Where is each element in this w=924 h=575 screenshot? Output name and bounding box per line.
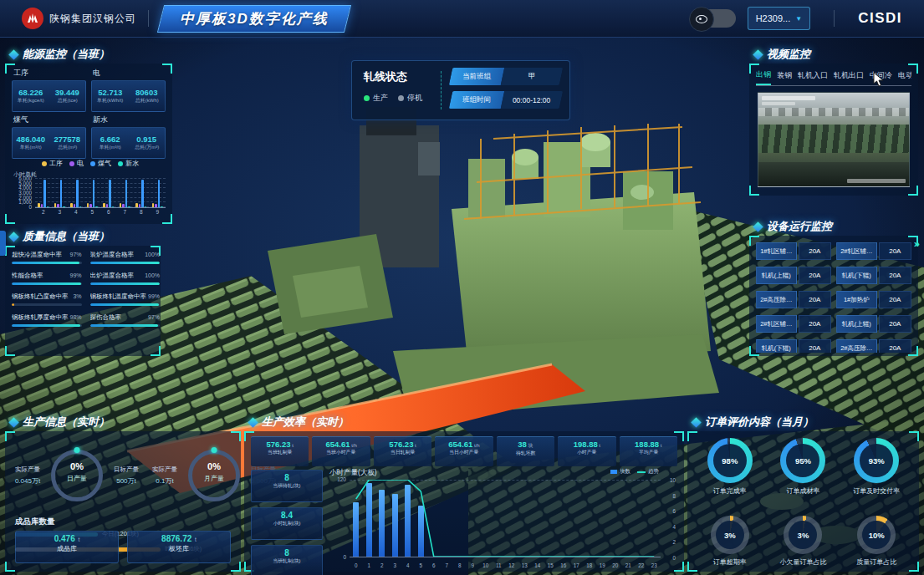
chevron-right-icon[interactable]: » <box>914 237 920 250</box>
stock-card-value: 8876.72 t <box>128 534 230 543</box>
x-tick: 9 <box>150 209 166 215</box>
panel-production-info: 生产信息（实时） 实际产量0.045万t0%日产量目标产量500万t实际产量0.… <box>5 415 241 572</box>
hourly-output-chart: 小时产量(大板) 块数趋势 120 0 01234567891011121314… <box>328 468 677 568</box>
x-tick: 21 <box>622 562 636 568</box>
stat-label: 当日小时产量 <box>438 449 490 455</box>
panel-title-text: 视频监控 <box>767 47 810 62</box>
dashboard: 陕钢集团汉钢公司 中厚板3D数字化产线 H2309... ▼ CISDI 能源监… <box>0 0 924 575</box>
equipment-value: 20A <box>879 339 911 353</box>
equipment-cell: 轧机(下辊)20A <box>756 339 831 353</box>
chart-plot <box>350 480 661 557</box>
efficiency-side-card: 8当班轧制(块) <box>251 545 323 575</box>
order-gauges: 98%订单完成率95%订单成材率93%订单及时交付率3%订单超期率3%小欠量订单… <box>696 438 911 567</box>
bar <box>106 204 109 207</box>
equipment-label: 轧机(下辊) <box>756 339 797 353</box>
equipment-value: 20A <box>879 267 911 284</box>
order-gauge: 93%订单及时交付率 <box>853 438 900 496</box>
feed-osd <box>762 102 795 105</box>
order-gauge: 3%小欠量订单占比 <box>779 516 826 567</box>
quality-item: 钢板终轧温度命中率99% <box>90 293 161 306</box>
efficiency-side-cards: 8当班待轧(块)8.4小时轧制(块)8当班轧制(块) <box>251 470 323 575</box>
energy-unit-label: 单耗(m³/t) <box>14 144 48 150</box>
stat-label: 平均产量 <box>622 449 674 455</box>
bar <box>120 203 122 207</box>
status-dot <box>398 95 404 101</box>
cisdi-logo: CISDI <box>858 10 902 27</box>
bar <box>41 204 43 207</box>
legend-dot <box>90 161 95 166</box>
stat-label: 当班待轧(块) <box>255 482 319 489</box>
equipment-value: 20A <box>799 291 831 308</box>
video-tab[interactable]: 轧机出口 <box>834 69 864 85</box>
visibility-toggle[interactable] <box>691 9 736 28</box>
quality-bar <box>12 262 79 264</box>
camera-feed[interactable] <box>758 92 910 187</box>
donut-chart: 98% <box>707 438 753 483</box>
panel-title: 质量信息（当班） <box>10 229 110 244</box>
stat-value: 8.4 <box>252 511 322 520</box>
stat-label: 当日轧制量 <box>376 449 428 455</box>
quality-percent: 99% <box>148 293 160 299</box>
production-gauge: 实际产量0.045万t0%日产量目标产量500万t <box>8 440 145 511</box>
header-bar: 陕钢集团汉钢公司 中厚板3D数字化产线 H2309... ▼ CISDI <box>0 0 924 38</box>
donut-percent: 95% <box>780 438 825 483</box>
legend-item: 新水 <box>118 159 139 168</box>
x-tick: 23 <box>648 562 661 568</box>
panel-title-text: 生产信息（实时） <box>23 415 110 430</box>
video-tab[interactable]: 电动热 <box>898 69 911 85</box>
right-tick: 0 <box>672 555 676 561</box>
video-tab[interactable]: 装钢 <box>777 69 792 85</box>
equipment-value: 20A <box>799 267 831 284</box>
bar <box>95 206 98 207</box>
bar <box>139 204 141 207</box>
stat-label: 小时轧制(块) <box>255 520 319 527</box>
x-tick: 7 <box>117 209 134 215</box>
status-legend-item: 生产 <box>364 93 388 104</box>
legend-dot <box>118 161 123 166</box>
stat-value: 38 块 <box>497 440 554 450</box>
video-tab[interactable]: 出钢 <box>756 69 771 85</box>
plate-id-value: H2309... <box>756 13 791 23</box>
panel-title: 能源监控（当班） <box>10 47 110 62</box>
quality-item: 出炉温度合格率100% <box>90 272 161 285</box>
page-title-plate: 中厚板3D数字化产线 <box>157 5 351 33</box>
x-tick: 2 <box>35 209 52 215</box>
bar <box>128 206 130 207</box>
eye-icon <box>689 7 714 32</box>
gauge-dot <box>74 447 80 453</box>
bar <box>161 206 163 207</box>
stat-value: 576.23 t <box>251 440 309 449</box>
bar <box>87 203 89 207</box>
diamond-icon <box>8 417 19 428</box>
energy-unit-label: 总耗(tce) <box>50 97 84 104</box>
energy-group: 新水6.662单耗(m³/t)0.915总耗(万m³) <box>91 114 166 159</box>
quality-label: 出炉温度合格率 <box>90 272 135 280</box>
right-tick: 2 <box>672 539 676 545</box>
frame-corner <box>5 346 15 356</box>
bar <box>47 206 49 207</box>
donut-percent: 10% <box>857 516 896 554</box>
plate-id-dropdown[interactable]: H2309... ▼ <box>748 7 811 30</box>
right-axis-labels: 1086420 <box>664 480 677 557</box>
x-tick: 20 <box>609 562 622 568</box>
gauge-side-label: 实际产量 <box>8 466 47 474</box>
status-badge: 当前班组甲 <box>449 68 563 85</box>
bar <box>152 203 155 207</box>
x-tick: 13 <box>518 562 532 568</box>
panel-title: 订单评价内容（当月） <box>692 415 814 430</box>
energy-group-name: 煤气 <box>13 114 86 125</box>
donut-chart: 95% <box>780 438 825 483</box>
donut-label: 质量订单占比 <box>856 557 896 567</box>
panel-energy-monitor: 能源监控（当班） 工序68.226单耗(kgce/t)39.449总耗(tce)… <box>5 47 172 224</box>
x-axis-labels: 01234567891011121314151617181920212223 <box>350 562 661 568</box>
left-edge-tab[interactable] <box>0 231 6 256</box>
quality-item: 探伤合格率97% <box>90 313 161 327</box>
gauge-ring: 0%月产量 <box>188 450 240 501</box>
diamond-icon <box>8 49 19 60</box>
legend-item: 块数 <box>610 468 630 476</box>
quality-item: 装炉温度合格率100% <box>90 251 161 264</box>
video-tab[interactable]: 轧机入口 <box>798 69 828 85</box>
donut-label: 订单成材率 <box>780 486 825 496</box>
gauge-dot <box>212 447 217 453</box>
energy-chart: 01,0002,0003,0004,0005,0006,000 23456789 <box>13 179 166 217</box>
